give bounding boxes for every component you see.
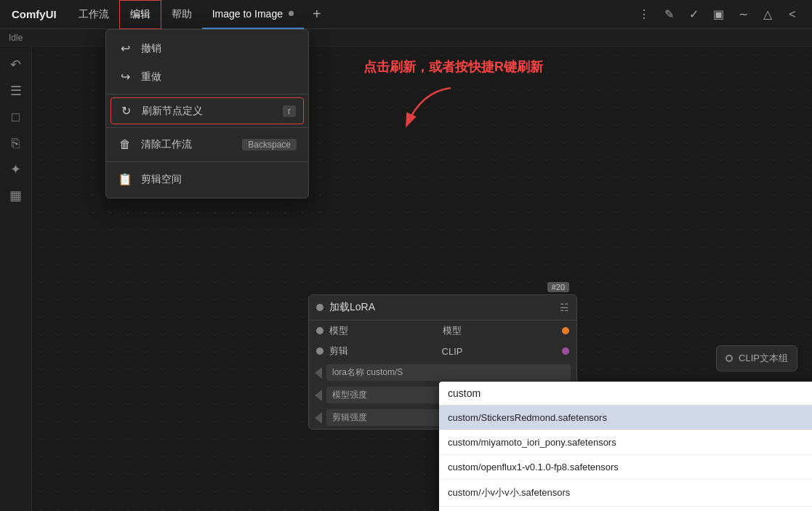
node-row-clip: 剪辑 CLIP xyxy=(309,341,576,361)
menu-item-clear[interactable]: 🗑 清除工作流 Backspace xyxy=(106,131,308,158)
dropdown-option-4[interactable]: custom/小红书1.safetensors xyxy=(439,507,812,511)
grid-icon[interactable]: ▣ xyxy=(707,4,729,25)
back-icon[interactable]: < xyxy=(781,4,803,25)
menu-label-redo: 重做 xyxy=(141,71,161,84)
node-input-row-lora: lora名称 custom/S xyxy=(309,361,576,384)
nav-help[interactable]: 帮助 xyxy=(161,0,202,29)
clip-connector xyxy=(725,355,733,362)
node-label-clip-right: CLIP xyxy=(442,346,463,357)
node-input-arrow-clip-strength xyxy=(315,412,322,424)
menu-item-clipspace[interactable]: 📋 剪辑空间 xyxy=(106,165,308,193)
dropdown-option-0[interactable]: custom/StickersRedmond.safetensors xyxy=(439,406,812,430)
sidebar-cube-button[interactable]: □ xyxy=(4,105,28,129)
edit-icon[interactable]: ✎ xyxy=(658,4,680,25)
sidebar-folder-button[interactable]: ⎘ xyxy=(4,132,28,155)
refresh-shortcut: r xyxy=(283,105,296,117)
node-row-model: 模型 模型 xyxy=(309,321,576,341)
chart-icon[interactable]: ∼ xyxy=(732,4,754,25)
edit-dropdown-menu: ↩ 撤销 ↪ 重做 ↻ 刷新节点定义 r 🗑 清除工作流 Backspace 📋… xyxy=(105,29,309,198)
dropdown-option-2[interactable]: custom/openflux1-v0.1.0-fp8.safetensors xyxy=(439,455,812,480)
lora-search-dropdown: custom custom/StickersRedmond.safetensor… xyxy=(439,382,812,511)
redo-icon: ↪ xyxy=(118,70,132,84)
menu-label-refresh: 刷新节点定义 xyxy=(142,105,203,118)
node-copy-icon[interactable]: ☵ xyxy=(560,302,569,313)
more-options-icon[interactable]: ⋮ xyxy=(633,4,655,25)
node-header: 加载LoRA ☵ xyxy=(309,295,576,321)
node-output-model[interactable] xyxy=(562,327,569,334)
menu-item-refresh[interactable]: ↻ 刷新节点定义 r xyxy=(110,97,304,124)
node-status-dot xyxy=(316,304,323,311)
node-input-arrow-model-strength xyxy=(315,390,322,401)
menu-label-undo: 撤销 xyxy=(141,42,161,55)
node-lora-name-input[interactable]: lora名称 custom/S xyxy=(326,364,571,381)
node-input-clip[interactable] xyxy=(316,347,323,355)
sidebar: ↶ ☰ □ ⎘ ✦ ▦ xyxy=(0,47,32,511)
app-logo: ComfyUI xyxy=(0,8,68,20)
tab-image-to-image[interactable]: Image to Image xyxy=(202,0,304,29)
check-icon[interactable]: ✓ xyxy=(683,4,704,25)
menu-divider-1 xyxy=(106,94,308,94)
menu-divider-3 xyxy=(106,161,308,162)
dropdown-option-1[interactable]: custom/miyamoto_iori_pony.safetensors xyxy=(439,430,812,455)
refresh-icon: ↻ xyxy=(118,104,133,118)
search-input-value[interactable]: custom xyxy=(448,387,812,399)
node-output-clip[interactable] xyxy=(562,347,569,355)
menu-divider-2 xyxy=(106,127,308,128)
clear-icon: 🗑 xyxy=(118,138,132,151)
topbar-icons: ⋮ ✎ ✓ ▣ ∼ △ < xyxy=(633,4,812,25)
sidebar-history-button[interactable]: ↶ xyxy=(4,53,28,76)
menu-label-clipspace: 剪辑空间 xyxy=(141,173,182,186)
clip-label: CLIP文本组 xyxy=(739,352,788,365)
node-label-clip: 剪辑 xyxy=(329,345,348,358)
add-tab-button[interactable]: + xyxy=(304,1,330,28)
clear-shortcut: Backspace xyxy=(242,139,297,150)
status-text: Idle xyxy=(9,33,23,43)
sidebar-image-button[interactable]: ▦ xyxy=(4,184,28,207)
nav-workflow[interactable]: 工作流 xyxy=(68,0,119,29)
node-label-model: 模型 xyxy=(329,324,348,337)
topbar: ComfyUI 工作流 编辑 帮助 Image to Image + ⋮ ✎ ✓… xyxy=(0,0,812,29)
node-badge: #20 xyxy=(547,282,569,292)
dropdown-option-3[interactable]: custom/小v小v小.safetensors xyxy=(439,480,812,507)
node-input-model[interactable] xyxy=(316,327,323,334)
clip-node-stub: CLIP文本组 xyxy=(716,345,797,371)
menu-item-redo[interactable]: ↪ 重做 xyxy=(106,63,308,91)
tab-dot xyxy=(289,11,294,16)
menu-item-undo[interactable]: ↩ 撤销 xyxy=(106,34,308,63)
nav-edit[interactable]: 编辑 xyxy=(119,0,161,29)
sidebar-list-button[interactable]: ☰ xyxy=(4,79,28,102)
undo-icon: ↩ xyxy=(118,41,132,55)
clipspace-icon: 📋 xyxy=(118,172,132,186)
node-input-arrow-lora xyxy=(315,367,322,379)
github-icon[interactable]: △ xyxy=(757,4,779,25)
tab-label: Image to Image xyxy=(212,8,283,20)
node-title: 加载LoRA xyxy=(329,301,554,314)
search-input-row: custom xyxy=(439,382,812,406)
menu-label-clear: 清除工作流 xyxy=(141,138,192,151)
sidebar-network-button[interactable]: ✦ xyxy=(4,158,28,181)
node-label-model-right: 模型 xyxy=(443,324,462,337)
